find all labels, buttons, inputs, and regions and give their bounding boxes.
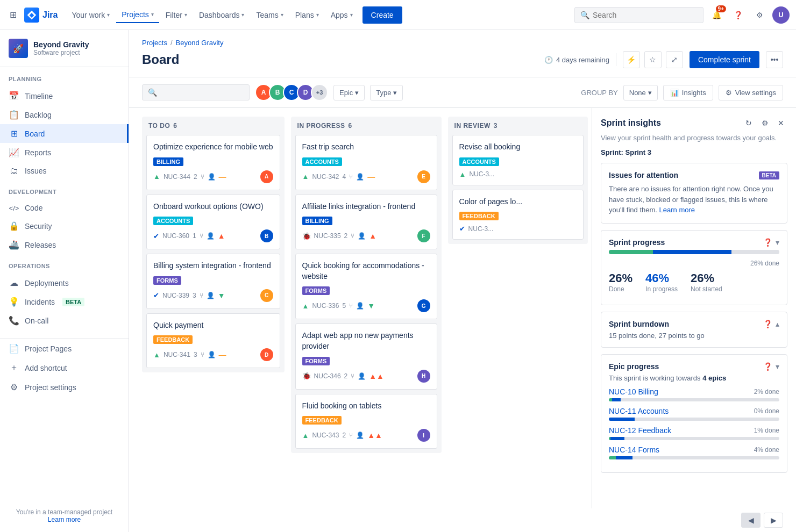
incidents-beta-badge: BETA <box>62 298 84 306</box>
more-options-button[interactable]: ••• <box>766 51 783 68</box>
page-header: Projects / Beyond Gravity Board 🕐 4 days… <box>129 30 796 77</box>
fullscreen-button[interactable]: ⤢ <box>666 51 683 68</box>
sidebar-item-code[interactable]: </> Code <box>0 199 129 217</box>
branch-icon: ⑂ <box>200 292 203 299</box>
sidebar-item-backlog[interactable]: 📋 Backlog <box>0 105 129 124</box>
nav-teams[interactable]: Teams ▾ <box>251 8 288 23</box>
epic-link-nuc12[interactable]: NUC-12 Feedback <box>609 426 671 435</box>
refresh-icon-button[interactable]: ↻ <box>742 117 755 130</box>
story-icon: ▲ <box>302 432 309 440</box>
complete-sprint-button[interactable]: Complete sprint <box>690 51 759 68</box>
card-id: NUC-360 <box>162 232 189 240</box>
card-nuc-339[interactable]: Billing system integration - frontend FO… <box>146 254 280 309</box>
board-search-input[interactable] <box>160 88 244 97</box>
sidebar-item-issues[interactable]: 🗂 Issues <box>0 162 129 180</box>
close-icon-button[interactable]: ✕ <box>774 117 787 130</box>
sidebar-footer-link[interactable]: Learn more <box>9 516 120 523</box>
lightning-icon-button[interactable]: ⚡ <box>623 51 640 68</box>
branch-icon: ⑂ <box>351 372 354 380</box>
notification-badge: 9+ <box>716 5 726 12</box>
nav-plans[interactable]: Plans ▾ <box>290 8 324 23</box>
story-icon: ▲ <box>459 170 466 178</box>
avatar-count[interactable]: +3 <box>311 84 328 101</box>
card-num: 3 <box>193 292 196 299</box>
create-button[interactable]: Create <box>363 6 402 24</box>
card-nuc-341[interactable]: Quick payment FEEDBACK ▲ NUC-341 3 ⑂ 👤 —… <box>146 313 280 369</box>
sidebar-item-deployments[interactable]: ☁ Deployments <box>0 274 129 292</box>
learn-more-link[interactable]: Learn more <box>659 206 695 214</box>
sidebar-item-board[interactable]: ⊞ Board <box>0 124 129 143</box>
card-nuc-344[interactable]: Optimize experience for mobile web BILLI… <box>146 135 280 190</box>
chevron-down-icon: ▾ <box>648 89 652 97</box>
grid-icon[interactable]: ⊞ <box>6 6 20 23</box>
board-search[interactable]: 🔍 <box>142 84 250 100</box>
chevron-down-icon: ▾ <box>316 12 319 18</box>
scroll-left-button[interactable]: ◀ <box>741 513 761 528</box>
nav-dashboards[interactable]: Dashboards ▾ <box>194 8 250 23</box>
card-nuc-343[interactable]: Fluid booking on tablets FEEDBACK ▲ NUC-… <box>295 394 437 449</box>
board-toolbar: 🔍 A B C D +3 Epic ▾ Type ▾ GROUP BY <box>129 77 796 108</box>
card-nuc-360[interactable]: Onboard workout options (OWO) ACCOUNTS ✔… <box>146 195 280 250</box>
card-title: Quick payment <box>153 320 273 331</box>
insights-card-burndown: Sprint burndown ❓ ▴ 15 points done, 27 p… <box>601 312 787 348</box>
nav-projects[interactable]: Projects ▾ <box>116 7 159 23</box>
star-button[interactable]: ☆ <box>644 51 662 68</box>
card-nuc-346[interactable]: Adapt web app no new payments provider F… <box>295 323 437 389</box>
section-planning: PLANNING <box>0 67 129 87</box>
breadcrumb-projects[interactable]: Projects <box>142 39 167 47</box>
sidebar-item-project-settings[interactable]: ⚙ Project settings <box>0 378 129 397</box>
insights-panel: Sprint insights ↻ ⚙ ✕ View your sprint h… <box>592 108 796 508</box>
help-icon: ❓ <box>763 238 772 247</box>
group-by-dropdown[interactable]: None ▾ <box>623 85 658 100</box>
burndown-card-title: Sprint burndown <box>609 320 669 328</box>
chevron-up-icon[interactable]: ▴ <box>776 320 779 328</box>
chevron-down-icon[interactable]: ▾ <box>776 362 779 371</box>
view-settings-button[interactable]: ⚙ View settings <box>719 85 783 100</box>
notifications-button[interactable]: 🔔 9+ <box>708 6 725 24</box>
sidebar-item-on-call[interactable]: 📞 On-call <box>0 311 129 330</box>
search-input[interactable] <box>593 11 698 19</box>
sidebar-item-add-shortcut[interactable]: ＋ Add shortcut <box>0 358 129 378</box>
sidebar-item-timeline[interactable]: 📅 Timeline <box>0 87 129 105</box>
user-avatar[interactable]: U <box>772 6 790 24</box>
settings-button[interactable]: ⚙ <box>751 6 768 24</box>
chevron-up-icon[interactable]: ▾ <box>776 238 779 247</box>
project-type: Software project <box>33 49 89 56</box>
card-in-review-2[interactable]: Color of pages lo... FEEDBACK ✔ NUC-3... <box>452 190 584 240</box>
nav-apps[interactable]: Apps ▾ <box>325 8 358 23</box>
epic-link-nuc10[interactable]: NUC-10 Billing <box>609 387 658 396</box>
chevron-down-icon: ▾ <box>393 89 397 97</box>
scroll-right-button[interactable]: ▶ <box>764 513 783 528</box>
type-filter-button[interactable]: Type ▾ <box>370 85 403 100</box>
card-nuc-342[interactable]: Fast trip search ACCOUNTS ▲ NUC-342 4 ⑂ … <box>295 135 437 190</box>
sidebar-item-security[interactable]: 🔒 Security <box>0 217 129 235</box>
card-in-review-1[interactable]: Revise all booking ACCOUNTS ▲ NUC-3... <box>452 135 584 185</box>
card-id: NUC-3... <box>469 170 494 178</box>
card-num: 2 <box>344 232 348 240</box>
progress-done <box>609 250 653 254</box>
nav-your-work[interactable]: Your work ▾ <box>66 8 115 23</box>
card-nuc-335[interactable]: Affiliate links integration - frontend B… <box>295 195 437 250</box>
sidebar-item-reports[interactable]: 📈 Reports <box>0 143 129 162</box>
epic-filter-button[interactable]: Epic ▾ <box>333 85 365 100</box>
sidebar-project[interactable]: 🚀 Beyond Gravity Software project <box>0 30 129 67</box>
group-by-label: GROUP BY <box>581 89 617 97</box>
nav-logo[interactable]: Jira <box>24 8 58 23</box>
sidebar-item-releases[interactable]: 🚢 Releases <box>0 235 129 254</box>
epic-link-nuc14[interactable]: NUC-14 Forms <box>609 445 659 454</box>
help-button[interactable]: ❓ <box>729 6 747 24</box>
breadcrumb-beyond-gravity[interactable]: Beyond Gravity <box>176 39 224 47</box>
project-icon: 🚀 <box>9 39 28 58</box>
section-operations: OPERATIONS <box>0 254 129 274</box>
sidebar-item-incidents[interactable]: 💡 Incidents BETA <box>0 292 129 311</box>
card-num: 2 <box>194 173 197 181</box>
settings-icon-button[interactable]: ⚙ <box>758 117 771 130</box>
task-icon: ✔ <box>153 291 159 299</box>
sidebar-item-project-pages[interactable]: 📄 Project Pages <box>0 339 129 358</box>
card-num: 2 <box>344 372 348 380</box>
nav-filter[interactable]: Filter ▾ <box>160 8 193 23</box>
search-bar[interactable]: 🔍 <box>574 7 703 23</box>
epic-link-nuc11[interactable]: NUC-11 Accounts <box>609 407 669 415</box>
card-nuc-336[interactable]: Quick booking for accommodations - websi… <box>295 254 437 319</box>
insights-button[interactable]: 📊 Insights <box>663 85 713 100</box>
